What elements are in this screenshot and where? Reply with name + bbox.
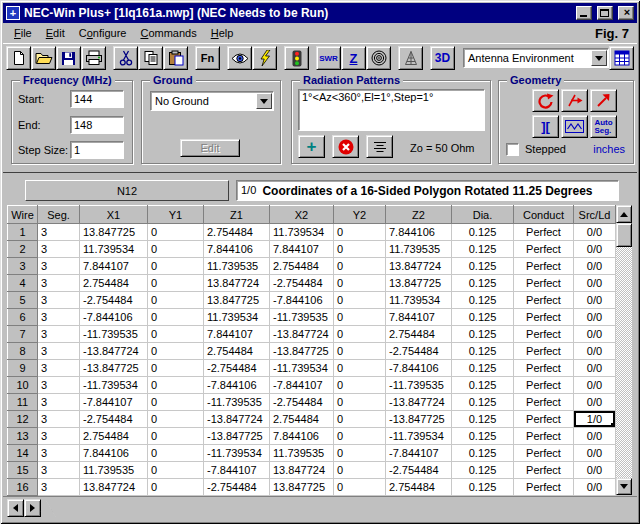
grid-cell[interactable]: 0 (148, 394, 204, 411)
open-button[interactable] (31, 46, 56, 70)
grid-cell[interactable]: Perfect (514, 360, 574, 377)
column-header[interactable]: Wire (8, 206, 38, 224)
menu-commands[interactable]: Commands (133, 25, 203, 41)
grid-cell[interactable]: -13.847725 (270, 343, 334, 360)
grid-cell[interactable]: -11.739535 (204, 394, 270, 411)
grid-cell[interactable]: 0.125 (452, 462, 514, 479)
grid-cell[interactable]: Perfect (514, 292, 574, 309)
grid-cell[interactable]: -7.844106 (270, 292, 334, 309)
grid-cell[interactable]: 2.754484 (270, 258, 334, 275)
grid-cell[interactable]: 3 (38, 377, 80, 394)
row-header[interactable]: 12 (8, 411, 38, 428)
grid-cell[interactable]: -2.754484 (80, 292, 148, 309)
grid-cell[interactable]: 3 (38, 360, 80, 377)
grid-cell[interactable]: Perfect (514, 411, 574, 428)
grid-cell[interactable]: -7.844106 (80, 309, 148, 326)
grid-cell[interactable]: 0.125 (452, 258, 514, 275)
grid-cell[interactable]: 0 (334, 258, 386, 275)
row-header[interactable]: 13 (8, 428, 38, 445)
run-nec-button[interactable] (252, 46, 277, 70)
grid-cell[interactable]: 0 (148, 479, 204, 496)
row-header[interactable]: 4 (8, 275, 38, 292)
grid-cell[interactable]: 0 (148, 343, 204, 360)
grid-cell[interactable]: 0 (334, 394, 386, 411)
grid-cell[interactable]: 0/0 (574, 462, 616, 479)
row-header[interactable]: 8 (8, 343, 38, 360)
grid-cell[interactable]: -7.844106 (386, 360, 452, 377)
grid-cell[interactable]: 0 (148, 360, 204, 377)
add-pattern-button[interactable]: + (298, 135, 325, 158)
row-header[interactable]: 1 (8, 224, 38, 241)
grid-cell[interactable]: 0.125 (452, 394, 514, 411)
grid-cell[interactable]: 7.844107 (270, 241, 334, 258)
grid-cell[interactable]: Perfect (514, 428, 574, 445)
grid-cell[interactable]: 3 (38, 343, 80, 360)
environment-dropdown[interactable]: Antenna Environment (463, 48, 609, 68)
grid-cell[interactable]: 0 (148, 224, 204, 241)
grid-cell[interactable]: -11.739534 (386, 428, 452, 445)
grid-cell[interactable]: 2.754484 (204, 343, 270, 360)
scale-button[interactable] (590, 89, 617, 112)
ground-dropdown-button[interactable] (256, 93, 272, 109)
grid-cell[interactable]: Perfect (514, 258, 574, 275)
column-header[interactable]: Src/Ld (574, 206, 616, 224)
grid-cell[interactable]: 0/0 (574, 258, 616, 275)
grid-cell[interactable]: -7.844107 (386, 445, 452, 462)
grid-cell[interactable]: 0.125 (452, 292, 514, 309)
grid-cell[interactable]: 11.739535 (386, 241, 452, 258)
status-button[interactable] (284, 46, 309, 70)
row-header[interactable]: 15 (8, 462, 38, 479)
grid-cell[interactable]: 0 (148, 241, 204, 258)
new-button[interactable] (6, 46, 31, 70)
grid-cell[interactable]: -11.739534 (270, 360, 334, 377)
grid-cell[interactable]: 0 (334, 411, 386, 428)
print-button[interactable] (81, 46, 106, 70)
grid-cell[interactable]: 7.844106 (270, 428, 334, 445)
grid-cell[interactable]: 11.739534 (204, 309, 270, 326)
grid-cell[interactable]: 0/0 (574, 309, 616, 326)
menu-configure[interactable]: Configure (72, 25, 134, 41)
grid-cell[interactable]: 0 (148, 428, 204, 445)
scrollbar-thumb[interactable] (616, 223, 632, 247)
grid-cell[interactable]: 2.754484 (386, 479, 452, 496)
grid-cell[interactable]: Perfect (514, 377, 574, 394)
grid-cell[interactable]: 11.739534 (386, 292, 452, 309)
grid-cell[interactable]: -13.847724 (204, 411, 270, 428)
grid-cell[interactable]: 0 (148, 275, 204, 292)
grid-cell[interactable]: 0 (334, 309, 386, 326)
app-icon[interactable]: + (6, 6, 20, 20)
center-pattern-button[interactable] (366, 135, 393, 158)
grid-cell[interactable]: Perfect (514, 394, 574, 411)
grid-cell[interactable]: -7.844107 (270, 377, 334, 394)
grid-cell[interactable]: 11.739534 (270, 224, 334, 241)
grid-cell[interactable]: 0/0 (574, 224, 616, 241)
grid-cell[interactable]: 3 (38, 241, 80, 258)
grid-cell[interactable]: 0 (148, 377, 204, 394)
cell-reference-box[interactable]: N12 (25, 180, 229, 201)
copy-button[interactable] (138, 46, 163, 70)
menu-file[interactable]: File (7, 25, 39, 41)
auto-seg-button[interactable]: AutoSeg. (590, 115, 617, 138)
grid-cell[interactable]: -2.754484 (386, 343, 452, 360)
grid-button[interactable] (609, 46, 634, 70)
grid-cell[interactable]: 7.844106 (80, 445, 148, 462)
column-header[interactable]: Z2 (386, 206, 452, 224)
grid-cell[interactable]: 3 (38, 462, 80, 479)
grid-cell[interactable]: -7.844107 (204, 462, 270, 479)
fn-button[interactable]: Fn (195, 46, 220, 70)
delete-pattern-button[interactable] (332, 135, 359, 158)
row-header[interactable]: 2 (8, 241, 38, 258)
grid-cell[interactable]: 13.847724 (270, 462, 334, 479)
grid-cell[interactable]: -11.739535 (386, 377, 452, 394)
grid-cell[interactable]: 3 (38, 224, 80, 241)
grid-cell[interactable]: -13.847724 (80, 343, 148, 360)
grid-cell[interactable]: 0 (334, 326, 386, 343)
pattern-entry[interactable]: 1°<Az<360°,El=1°,Step=1° (302, 91, 481, 103)
grid-cell[interactable]: 3 (38, 309, 80, 326)
stepped-checkbox[interactable] (506, 143, 519, 156)
grid-cell[interactable]: 0 (148, 326, 204, 343)
grid-cell[interactable]: 0 (334, 275, 386, 292)
grid-cell[interactable]: Perfect (514, 462, 574, 479)
grid-cell[interactable]: 0 (148, 445, 204, 462)
grid-cell[interactable]: -13.847725 (80, 360, 148, 377)
